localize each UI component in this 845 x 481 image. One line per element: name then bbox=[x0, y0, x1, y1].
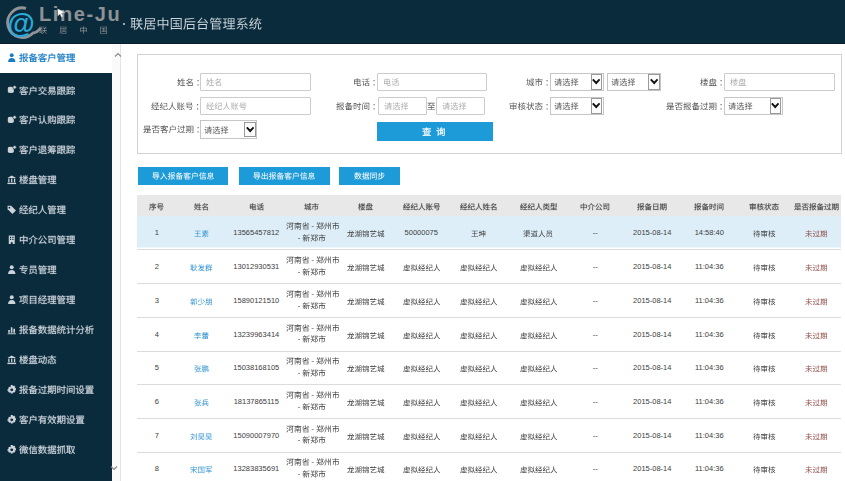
svg-text:@: @ bbox=[7, 8, 34, 39]
